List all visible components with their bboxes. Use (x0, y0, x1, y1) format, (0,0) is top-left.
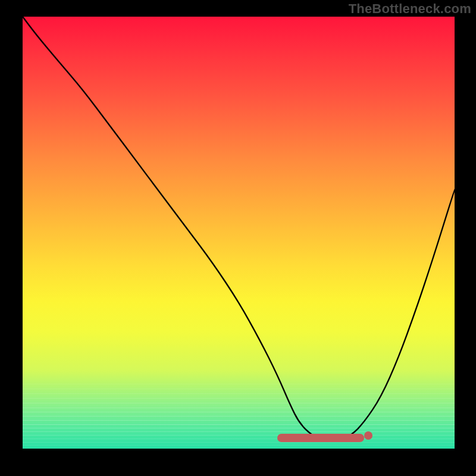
highlight-dot (364, 431, 372, 440)
curve-svg (23, 17, 455, 449)
bottleneck-curve-path (23, 17, 455, 440)
plot-area (23, 17, 455, 449)
chart-frame: TheBottleneck.com (0, 0, 476, 476)
highlight-band (277, 434, 364, 442)
watermark-text: TheBottleneck.com (349, 1, 471, 17)
